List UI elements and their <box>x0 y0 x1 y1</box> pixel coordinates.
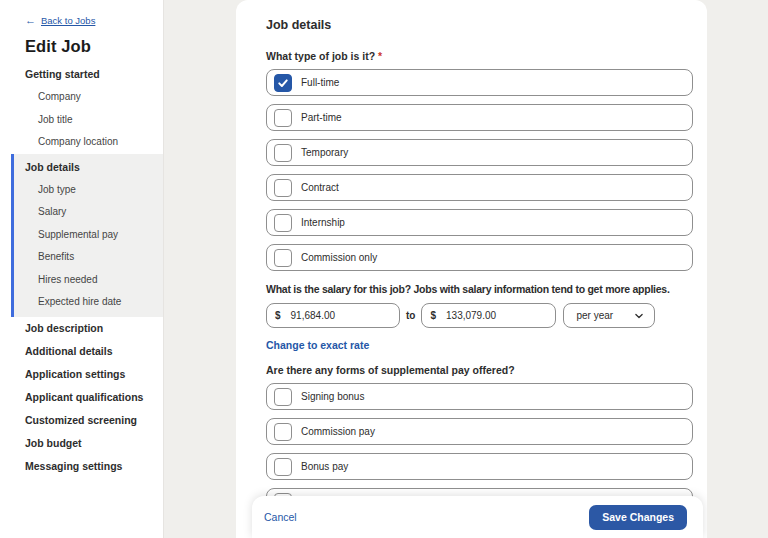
nav-group-job-description: Job description <box>0 317 163 340</box>
option-label: Temporary <box>301 147 348 158</box>
sidebar-item-job-description[interactable]: Job description <box>0 317 163 340</box>
checkbox-icon[interactable] <box>274 214 292 232</box>
salary-max-input[interactable]: $ 133,079.00 <box>421 303 556 328</box>
sidebar-item-salary[interactable]: Salary <box>14 201 163 224</box>
checkbox-icon[interactable] <box>274 109 292 127</box>
sidebar-item-company[interactable]: Company <box>0 86 163 109</box>
checkbox-option-internship[interactable]: Internship <box>266 209 693 236</box>
option-label: Signing bonus <box>301 391 364 402</box>
footer-action-bar: Cancel Save Changes <box>252 496 703 538</box>
required-asterisk: * <box>378 50 382 62</box>
option-label: Full-time <box>301 77 339 88</box>
checkbox-icon[interactable] <box>274 74 292 92</box>
checkbox-option-signing-bonus[interactable]: Signing bonus <box>266 383 693 410</box>
checkbox-option-commission-pay[interactable]: Commission pay <box>266 418 693 445</box>
salary-min-value: 91,684.00 <box>291 310 336 321</box>
sidebar-item-benefits[interactable]: Benefits <box>14 246 163 269</box>
sidebar-item-job-details[interactable]: Job details <box>14 156 163 179</box>
salary-min-input[interactable]: $ 91,684.00 <box>266 303 400 328</box>
sidebar-item-supplemental-pay[interactable]: Supplemental pay <box>14 224 163 247</box>
checkbox-option-commission-only[interactable]: Commission only <box>266 244 693 271</box>
option-label: Contract <box>301 182 339 193</box>
save-changes-button[interactable]: Save Changes <box>589 505 687 530</box>
sidebar-nav: Getting started Company Job title Compan… <box>0 63 163 478</box>
checkbox-option-temporary[interactable]: Temporary <box>266 139 693 166</box>
salary-range-row: $ 91,684.00 to $ 133,079.00 per year <box>266 303 693 328</box>
sidebar-item-job-budget[interactable]: Job budget <box>0 432 163 455</box>
option-label: Commission pay <box>301 426 375 437</box>
job-type-question-label: What type of job is it?* <box>266 50 693 63</box>
sidebar-item-hires-needed[interactable]: Hires needed <box>14 269 163 292</box>
back-to-jobs-link[interactable]: ← Back to Jobs <box>0 14 163 26</box>
supplemental-pay-question-label: Are there any forms of supplemental pay … <box>266 364 693 377</box>
back-arrow-icon: ← <box>25 14 36 26</box>
sidebar-item-job-type[interactable]: Job type <box>14 179 163 202</box>
option-label: Internship <box>301 217 345 228</box>
option-label: Bonus pay <box>301 461 348 472</box>
back-link-label: Back to Jobs <box>41 15 95 26</box>
cancel-button[interactable]: Cancel <box>264 511 297 523</box>
sidebar-item-getting-started[interactable]: Getting started <box>0 63 163 86</box>
checkbox-icon[interactable] <box>274 388 292 406</box>
nav-group-job-details: Job details Job type Salary Supplemental… <box>11 154 163 317</box>
job-details-panel: Job details What type of job is it?* Ful… <box>236 0 707 538</box>
to-label: to <box>406 310 415 321</box>
job-type-question-text: What type of job is it? <box>266 50 375 62</box>
sidebar-item-expected-hire-date[interactable]: Expected hire date <box>14 291 163 314</box>
pay-rate-value: per year <box>576 310 613 321</box>
option-label: Commission only <box>301 252 377 263</box>
nav-group-getting-started: Getting started Company Job title Compan… <box>0 63 163 154</box>
option-label: Part-time <box>301 112 342 123</box>
nav-group-application-settings: Application settings <box>0 363 163 386</box>
currency-symbol: $ <box>430 310 436 321</box>
checkbox-option-bonus-pay[interactable]: Bonus pay <box>266 453 693 480</box>
sidebar-item-messaging-settings[interactable]: Messaging settings <box>0 455 163 478</box>
checkbox-icon[interactable] <box>274 179 292 197</box>
currency-symbol: $ <box>275 310 281 321</box>
checkbox-option-part-time[interactable]: Part-time <box>266 104 693 131</box>
section-heading: Job details <box>266 18 693 34</box>
pay-rate-select[interactable]: per year <box>563 303 655 328</box>
checkbox-icon[interactable] <box>274 458 292 476</box>
salary-max-value: 133,079.00 <box>446 310 496 321</box>
checkmark-icon <box>277 77 289 89</box>
sidebar-item-additional-details[interactable]: Additional details <box>0 340 163 363</box>
nav-group-additional-details: Additional details <box>0 340 163 363</box>
checkbox-option-contract[interactable]: Contract <box>266 174 693 201</box>
nav-group-messaging-settings: Messaging settings <box>0 455 163 478</box>
sidebar-item-application-settings[interactable]: Application settings <box>0 363 163 386</box>
form-content: Job details What type of job is it?* Ful… <box>236 0 707 515</box>
nav-group-job-budget: Job budget <box>0 432 163 455</box>
sidebar-item-applicant-qualifications[interactable]: Applicant qualifications <box>0 386 163 409</box>
checkbox-icon[interactable] <box>274 423 292 441</box>
checkbox-icon[interactable] <box>274 144 292 162</box>
sidebar: ← Back to Jobs Edit Job Getting started … <box>0 0 164 538</box>
nav-group-applicant-qualifications: Applicant qualifications <box>0 386 163 409</box>
nav-group-customized-screening: Customized screening <box>0 409 163 432</box>
chevron-down-icon <box>634 311 644 321</box>
sidebar-item-company-location[interactable]: Company location <box>0 131 163 154</box>
page-title: Edit Job <box>0 37 163 56</box>
change-to-exact-rate-link[interactable]: Change to exact rate <box>266 339 369 352</box>
checkbox-option-full-time[interactable]: Full-time <box>266 69 693 96</box>
salary-question-label: What is the salary for this job? Jobs wi… <box>266 283 693 296</box>
sidebar-item-job-title[interactable]: Job title <box>0 109 163 132</box>
checkbox-icon[interactable] <box>274 249 292 267</box>
sidebar-item-customized-screening[interactable]: Customized screening <box>0 409 163 432</box>
